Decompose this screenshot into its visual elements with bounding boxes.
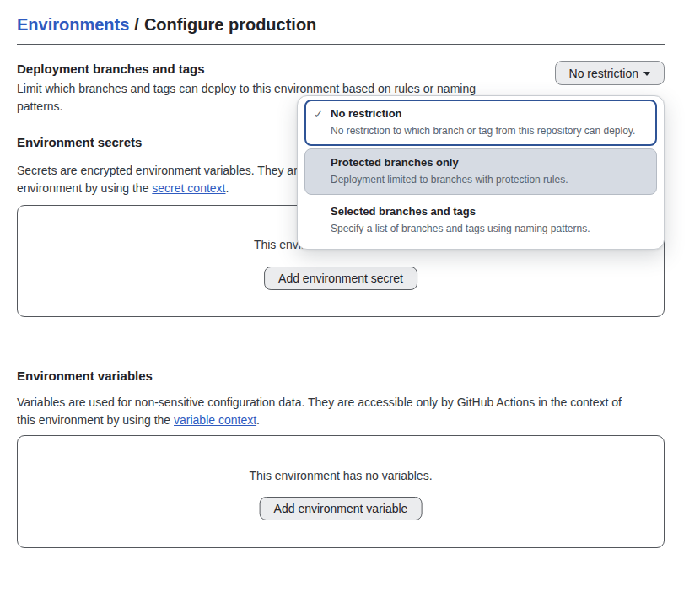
menu-option-protected-branches[interactable]: Protected branches only Deployment limit… [304, 148, 657, 195]
environment-variables-heading: Environment variables [17, 369, 153, 384]
menu-option-no-restriction[interactable]: ✓ No restriction No restriction to which… [304, 100, 657, 146]
menu-option-description: Deployment limited to branches with prot… [331, 173, 646, 186]
deployment-policy-menu: ✓ No restriction No restriction to which… [297, 95, 665, 250]
menu-option-title: Selected branches and tags [331, 204, 646, 219]
configure-environment-page: Environments/Configure production Deploy… [0, 0, 700, 603]
variables-empty-box: This environment has no variables. Add e… [17, 435, 665, 548]
menu-option-description: No restriction to which branch or tag fr… [331, 124, 646, 137]
header-divider [17, 44, 665, 45]
variables-empty-text: This environment has no variables. [18, 467, 664, 484]
deployment-policy-button-label: No restriction [569, 67, 638, 80]
chevron-down-icon [643, 72, 650, 76]
environment-secrets-heading: Environment secrets [17, 135, 142, 150]
menu-option-description: Specify a list of branches and tags usin… [331, 222, 646, 235]
variable-context-link[interactable]: variable context [174, 413, 256, 427]
deployment-branches-heading: Deployment branches and tags [17, 62, 205, 77]
secret-context-link[interactable]: secret context [152, 181, 225, 195]
add-environment-secret-button[interactable]: Add environment secret [264, 267, 417, 290]
deployment-policy-button[interactable]: No restriction [555, 61, 665, 85]
menu-option-selected-branches[interactable]: Selected branches and tags Specify a lis… [304, 197, 657, 244]
add-environment-variable-button[interactable]: Add environment variable [260, 497, 423, 520]
breadcrumb-separator: / [134, 15, 139, 34]
page-title: Environments/Configure production [17, 12, 316, 37]
environment-variables-description: Variables are used for non-sensitive con… [17, 394, 665, 429]
check-icon: ✓ [314, 108, 323, 121]
menu-option-title: Protected branches only [331, 155, 646, 170]
menu-option-title: No restriction [331, 106, 646, 121]
page-title-text: Configure production [144, 15, 316, 34]
environments-breadcrumb-link[interactable]: Environments [17, 15, 129, 34]
